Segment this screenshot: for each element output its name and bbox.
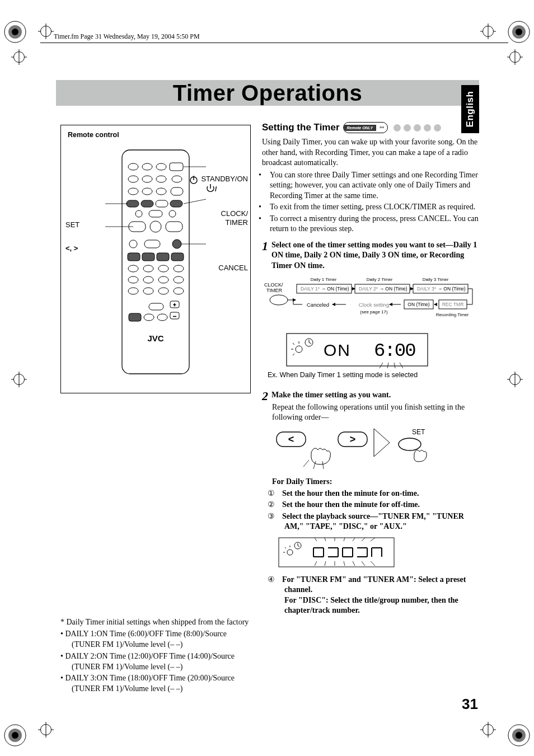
svg-point-46	[174, 265, 184, 272]
color-bar-icon	[3, 20, 27, 44]
svg-rect-29	[170, 200, 182, 207]
svg-point-21	[172, 176, 182, 182]
svg-text:→: →	[438, 286, 443, 292]
section-heading: Setting the Timer	[262, 121, 340, 134]
svg-point-54	[174, 288, 184, 294]
svg-point-43	[128, 265, 138, 272]
label-arrows: <, >	[65, 244, 78, 252]
decorative-dots-icon	[394, 124, 441, 132]
step-number: 2	[262, 390, 268, 402]
label-clock-l1: CLOCK/	[221, 209, 248, 218]
svg-point-16	[156, 163, 166, 170]
power-icon: /I	[204, 184, 217, 194]
svg-point-51	[128, 288, 138, 294]
label-standby: STANDBY/ON	[201, 175, 248, 183]
svg-point-20	[156, 176, 166, 182]
svg-text:SET: SET	[412, 428, 425, 436]
svg-text:–: –	[173, 313, 176, 319]
step-1-text: Select one of the timer setting modes yo…	[271, 240, 480, 271]
remote-control-diagram: Remote control SET <, > STANDBY/ON CLOCK…	[60, 125, 251, 393]
svg-text:ON (Time): ON (Time)	[385, 286, 407, 292]
list-item: ②Set the hour then the minute for off-ti…	[272, 500, 480, 510]
svg-text:TIMER: TIMER	[266, 288, 282, 293]
svg-rect-55	[149, 303, 163, 310]
svg-text:Daily 1 Timer: Daily 1 Timer	[311, 277, 337, 282]
svg-text:→: →	[321, 286, 326, 292]
svg-point-112	[399, 438, 421, 450]
svg-point-44	[143, 265, 153, 272]
daily-steps-list: ①Set the hour then the minute for on-tim…	[272, 489, 480, 532]
svg-text:>: >	[350, 434, 356, 445]
svg-text:/I: /I	[215, 185, 217, 193]
header-rule	[40, 43, 508, 43]
svg-point-19	[142, 176, 152, 182]
svg-rect-42	[171, 253, 184, 261]
remote-illustration-icon: + – JVC	[105, 144, 206, 379]
note-item: You can store three Daily Timer settings…	[262, 170, 480, 201]
crop-mark-icon	[11, 372, 27, 387]
svg-rect-58	[129, 313, 141, 321]
signal-icon: ›››	[376, 125, 387, 131]
page-header-meta: Timer.fm Page 31 Wednesday, May 19, 2004…	[54, 32, 200, 41]
svg-point-60	[157, 314, 167, 321]
list-item: ④For "TUNER FM" and "TUNER AM": Select a…	[272, 575, 480, 616]
svg-rect-40	[142, 253, 154, 261]
intro-text: Using Daily Timer, you can wake up with …	[262, 137, 480, 168]
svg-point-15	[142, 163, 152, 170]
svg-point-34	[150, 221, 161, 232]
svg-point-36	[129, 240, 137, 248]
svg-text:Recording Timer: Recording Timer	[436, 312, 469, 317]
label-clock-l2: TIMER	[226, 218, 248, 227]
note-item: To correct a misentry during the process…	[262, 214, 480, 234]
step-2-title: Make the timer setting as you want.	[271, 390, 391, 402]
daily-timers-head: For Daily Timers:	[272, 477, 480, 487]
color-bar-icon	[507, 20, 531, 44]
remote-only-badge: Remote ONLY ›››	[343, 122, 388, 133]
svg-point-24	[156, 188, 166, 195]
brand-label: JVC	[147, 334, 163, 343]
svg-point-45	[158, 265, 168, 272]
mode-flow-diagram-icon: Daily 1 Timer Daily 2 Timer Daily 3 Time…	[262, 275, 479, 327]
svg-point-18	[128, 176, 138, 182]
svg-point-23	[142, 188, 152, 195]
svg-rect-27	[141, 200, 153, 207]
svg-point-8	[12, 732, 18, 739]
svg-point-50	[174, 276, 184, 283]
svg-rect-116	[279, 538, 394, 567]
crop-mark-icon	[11, 49, 27, 65]
svg-text:ON (Time): ON (Time)	[407, 302, 430, 307]
svg-point-32	[169, 210, 176, 217]
svg-rect-31	[149, 210, 162, 217]
display-on: ON	[324, 341, 351, 359]
svg-point-22	[128, 188, 138, 195]
lcd-source-display-icon	[278, 537, 395, 569]
crop-mark-icon	[507, 49, 523, 65]
svg-point-14	[128, 163, 138, 170]
svg-rect-41	[157, 253, 169, 261]
svg-point-30	[135, 210, 142, 217]
svg-rect-17	[170, 163, 183, 171]
step-2: 2 Make the timer setting as you want. Re…	[262, 390, 480, 616]
svg-line-113	[303, 460, 309, 467]
color-bar-icon	[3, 724, 27, 747]
step-2-body: Repeat the following operations until yo…	[272, 402, 480, 423]
footnotes: * Daily Timer initial settings when ship…	[60, 617, 251, 694]
page-number: 31	[462, 696, 478, 713]
svg-point-49	[158, 276, 168, 283]
crop-mark-icon	[480, 24, 496, 39]
svg-rect-25	[171, 187, 183, 195]
page-title: Timer Operations	[173, 81, 362, 106]
color-bar-icon	[507, 724, 531, 747]
svg-text:DAILY 2*: DAILY 2*	[359, 286, 378, 292]
footnote-1: • DAILY 1:ON Time (6:00)/OFF Time (8:00)…	[60, 629, 251, 650]
crop-mark-icon	[507, 372, 523, 387]
svg-point-59	[144, 314, 154, 321]
step-1: 1 Select one of the timer setting modes …	[262, 240, 480, 380]
footnote-3: • DAILY 3:ON Time (18:00)/OFF Time (20:0…	[60, 673, 251, 694]
svg-text:DAILY 1*: DAILY 1*	[301, 286, 320, 292]
svg-text:+: +	[173, 302, 176, 308]
svg-point-11	[516, 732, 522, 739]
svg-rect-26	[127, 200, 139, 207]
svg-text:ON (Time): ON (Time)	[327, 286, 349, 292]
label-set: SET	[65, 220, 79, 229]
